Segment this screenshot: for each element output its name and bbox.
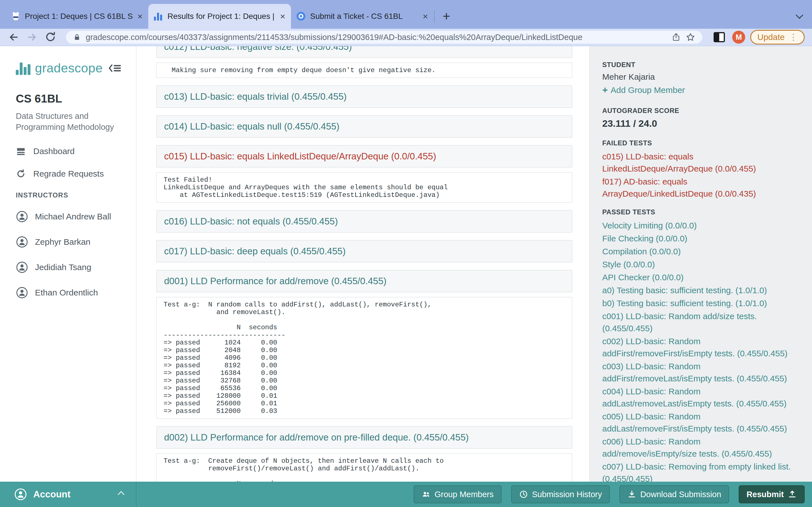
test-c016: c016) LLD-basic: not equals (0.455/0.455… — [156, 210, 572, 233]
chrome-update-button[interactable]: Update ⋮ — [750, 30, 805, 45]
passed-test-link[interactable]: Velocity Limiting (0.0/0.0) — [602, 219, 800, 231]
plus-icon: + — [602, 84, 608, 96]
regrade-refresh-icon — [16, 169, 26, 179]
group-members-button[interactable]: Group Members — [414, 485, 502, 503]
back-button[interactable] — [7, 31, 20, 43]
passed-test-link[interactable]: a0) Testing basic: sufficient testing. (… — [602, 284, 800, 296]
side-panel-toggle-icon[interactable] — [714, 32, 725, 42]
tab-separator — [434, 10, 435, 22]
download-submission-button[interactable]: Download Submission — [619, 485, 729, 503]
group-members-icon — [421, 490, 430, 499]
address-bar[interactable]: gradescope.com/courses/403373/assignment… — [66, 31, 702, 44]
instructor-item[interactable]: Zephyr Barkan — [16, 236, 126, 248]
passed-test-link[interactable]: c005) LLD-basic: Random addLast/removeFi… — [602, 410, 800, 435]
sidebar-item-regrade-requests[interactable]: Regrade Requests — [16, 169, 126, 179]
instructor-item[interactable]: Michael Andrew Ball — [16, 210, 126, 223]
passed-test-link[interactable]: c003) LLD-basic: Random addFirst/removeL… — [602, 360, 800, 385]
account-menu[interactable]: Account — [0, 482, 137, 507]
course-sidebar: gradescope CS 61BL Data Structures and P… — [0, 46, 137, 482]
test-header[interactable]: c012) LLD-basic: negative size. (0.455/0… — [156, 46, 572, 58]
test-c015-failed: c015) LLD-basic: equals LinkedListDeque/… — [156, 145, 572, 203]
test-header-failed[interactable]: c015) LLD-basic: equals LinkedListDeque/… — [156, 145, 572, 168]
test-header[interactable]: c014) LLD-basic: equals null (0.455/0.45… — [156, 115, 572, 138]
sidebar-item-label: Dashboard — [33, 147, 75, 156]
passed-tests-label: PASSED TESTS — [602, 208, 800, 216]
test-output: Test Failed! LinkedListDeque and ArrayDe… — [163, 176, 565, 199]
download-submission-label: Download Submission — [640, 490, 721, 499]
test-output: Test a-g: N random calls to addFirst(), … — [163, 301, 565, 415]
instructor-name: Ethan Ordentlich — [35, 288, 98, 297]
test-output-box: Making sure removing from empty deque do… — [156, 62, 572, 78]
browser-profile-avatar[interactable]: M — [732, 31, 745, 44]
sidebar-collapse-icon[interactable] — [108, 63, 122, 73]
test-header[interactable]: c013) LLD-basic: equals trivial (0.455/0… — [156, 86, 572, 108]
test-d001: d001) LLD Performance for add/remove (0.… — [156, 270, 572, 419]
reload-button[interactable] — [45, 31, 57, 43]
submission-history-button[interactable]: Submission History — [511, 485, 610, 503]
tab-title: Submit a Ticket - CS 61BL — [310, 12, 418, 21]
gradescope-logo-icon — [16, 61, 31, 75]
passed-test-link[interactable]: c002) LLD-basic: Random addFirst/removeF… — [602, 335, 800, 359]
browser-menu-dots-icon[interactable]: ⋮ — [789, 33, 798, 41]
test-title: c016) LLD-basic: not equals (0.455/0.455… — [164, 216, 338, 227]
passed-test-link[interactable]: c001) LLD-basic: Random add/size tests. … — [602, 310, 800, 334]
test-output: Test a-g: Create deque of N objects, the… — [163, 457, 565, 482]
share-icon[interactable] — [671, 33, 681, 42]
instructor-name: Jedidiah Tsang — [35, 263, 91, 272]
passed-test-link[interactable]: c004) LLD-basic: Random addLast/removeLa… — [602, 385, 800, 409]
gradescope-logo[interactable]: gradescope — [35, 61, 103, 75]
passed-test-link[interactable]: Compilation (0.0/0.0) — [602, 245, 800, 258]
passed-test-link[interactable]: Style (0.0/0.0) — [602, 258, 800, 270]
passed-test-link[interactable]: b0) Testing basic: sufficient testing. (… — [602, 297, 800, 309]
test-header[interactable]: d002) LLD Performance for add/remove on … — [156, 426, 572, 449]
passed-test-link[interactable]: c007) LLD-basic: Removing from empty lin… — [602, 460, 800, 482]
test-title: c013) LLD-basic: equals trivial (0.455/0… — [164, 91, 347, 102]
tab-project[interactable]: Project 1: Deques | CS 61BL Su × — [6, 4, 148, 29]
forward-button[interactable] — [26, 31, 38, 43]
sidebar-item-label: Regrade Requests — [33, 169, 104, 179]
passed-test-link[interactable]: API Checker (0.0/0.0) — [602, 271, 800, 283]
tab-ticket[interactable]: Submit a Ticket - CS 61BL × — [291, 4, 434, 29]
submission-history-label: Submission History — [532, 490, 602, 499]
autograder-score-label: AUTOGRADER SCORE — [602, 107, 800, 115]
gradescope-favicon-icon — [154, 12, 163, 20]
failed-test-link[interactable]: f017) AD-basic: equals ArrayDeque/Linked… — [602, 175, 800, 200]
cs61bl-bear-favicon-icon — [11, 12, 20, 21]
instructor-name: Zephyr Barkan — [35, 237, 91, 247]
test-header[interactable]: d001) LLD Performance for add/remove (0.… — [156, 270, 572, 292]
instructor-item[interactable]: Jedidiah Tsang — [16, 261, 126, 274]
test-title: c012) LLD-basic: negative size. (0.455/0… — [164, 46, 352, 52]
autograder-score: 23.111 / 24.0 — [602, 118, 800, 129]
failed-tests-label: FAILED TESTS — [602, 139, 800, 147]
instructor-item[interactable]: Ethan Ordentlich — [16, 286, 126, 299]
sidebar-item-dashboard[interactable]: Dashboard — [16, 146, 126, 156]
resubmit-button[interactable]: Resubmit — [739, 485, 805, 503]
tab-search-chevron-icon[interactable] — [797, 12, 802, 18]
test-title: c015) LLD-basic: equals LinkedListDeque/… — [164, 151, 436, 162]
test-c017: c017) LLD-basic: deep equals (0.455/0.45… — [156, 240, 572, 263]
test-title: c014) LLD-basic: equals null (0.455/0.45… — [164, 121, 340, 132]
passed-test-link[interactable]: File Checking (0.0/0.0) — [602, 232, 800, 244]
close-tab-icon[interactable]: × — [423, 12, 428, 21]
passed-test-link[interactable]: c006) LLD-basic: Random add/remove/isEmp… — [602, 436, 800, 460]
student-label: STUDENT — [602, 61, 800, 69]
new-tab-button[interactable]: + — [443, 10, 450, 22]
history-clock-icon — [519, 490, 528, 499]
tab-title: Results for Project 1: Deques | ( — [167, 12, 275, 21]
test-c014: c014) LLD-basic: equals null (0.455/0.45… — [156, 115, 572, 138]
add-group-member-link[interactable]: + Add Group Member — [602, 84, 800, 96]
close-tab-icon[interactable]: × — [280, 12, 285, 21]
person-circle-icon — [16, 286, 28, 299]
test-header[interactable]: c017) LLD-basic: deep equals (0.455/0.45… — [156, 240, 572, 263]
account-label: Account — [33, 489, 70, 500]
test-header[interactable]: c016) LLD-basic: not equals (0.455/0.455… — [156, 210, 572, 233]
group-members-label: Group Members — [435, 490, 494, 499]
submission-summary-panel: STUDENT Meher Kajaria + Add Group Member… — [589, 46, 812, 482]
bookmark-star-icon[interactable] — [686, 32, 696, 42]
test-title: d001) LLD Performance for add/remove (0.… — [164, 276, 387, 286]
tab-results[interactable]: Results for Project 1: Deques | ( × — [148, 4, 291, 29]
dashboard-icon — [16, 146, 26, 156]
student-name: Meher Kajaria — [602, 72, 800, 82]
close-tab-icon[interactable]: × — [137, 12, 143, 21]
failed-test-link[interactable]: c015) LLD-basic: equals LinkedListDeque/… — [602, 151, 800, 175]
